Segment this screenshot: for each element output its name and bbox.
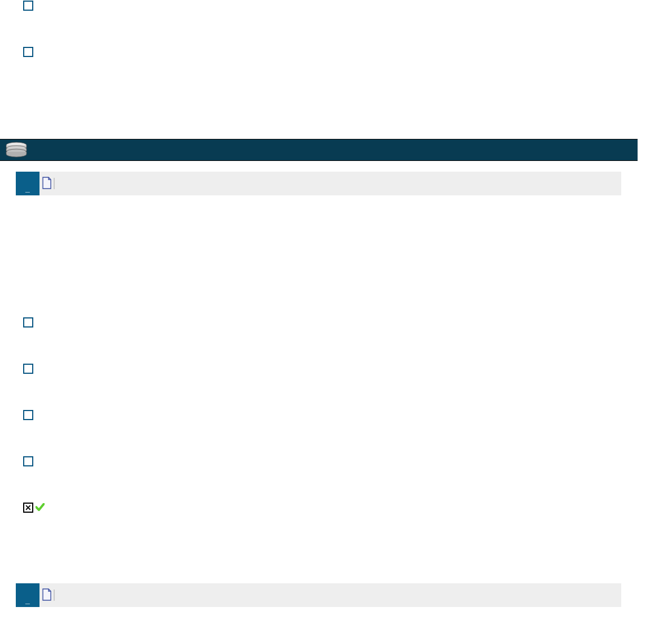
checkmark-icon[interactable]	[36, 503, 45, 513]
action-controls: ✕	[0, 502, 672, 513]
checkbox-row	[0, 317, 672, 328]
item-bar: _	[16, 172, 621, 195]
divider	[54, 178, 55, 189]
close-button[interactable]: ✕	[23, 503, 33, 513]
checkbox-row	[0, 456, 672, 467]
divider	[54, 590, 55, 601]
checkbox[interactable]	[23, 410, 33, 420]
doc-cell	[39, 172, 55, 195]
stack-icon	[5, 141, 28, 159]
checkbox[interactable]	[23, 364, 33, 374]
section-header	[0, 139, 638, 161]
checkbox-row	[0, 409, 672, 421]
checkbox-row	[0, 46, 672, 58]
item-badge[interactable]: _	[16, 583, 39, 607]
checkbox[interactable]	[23, 1, 33, 11]
badge-label: _	[25, 184, 30, 193]
badge-label: _	[25, 596, 30, 605]
checkbox-row	[0, 363, 672, 374]
checkbox-row	[0, 0, 672, 11]
doc-cell	[39, 583, 55, 607]
item-badge[interactable]: _	[16, 172, 39, 195]
item-bar: _	[16, 583, 621, 607]
close-icon: ✕	[25, 504, 32, 512]
document-icon[interactable]	[42, 588, 52, 603]
document-icon[interactable]	[42, 177, 52, 191]
checkbox[interactable]	[23, 317, 33, 328]
checkbox[interactable]	[23, 456, 33, 466]
checkbox[interactable]	[23, 47, 33, 57]
